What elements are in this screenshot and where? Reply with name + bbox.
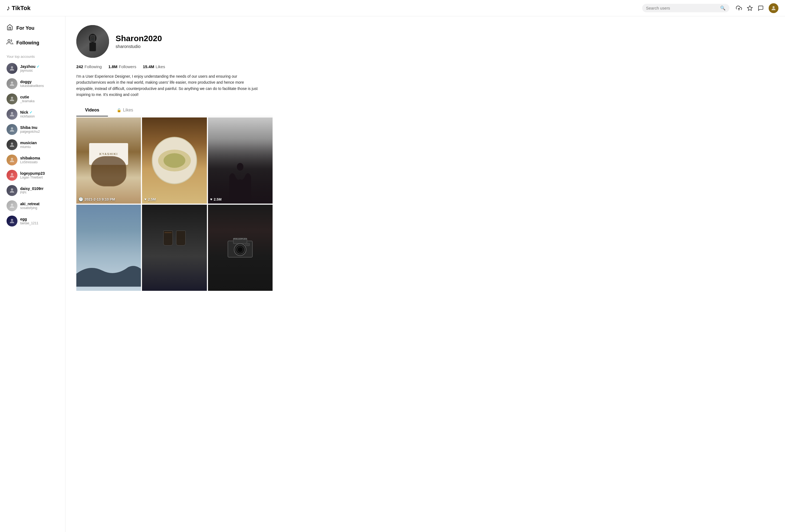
video-thumb-5[interactable] [142, 205, 207, 291]
sidebar-item-aki[interactable]: aki_retreat sosatisfying [0, 198, 65, 213]
stat-followers: 1.8M Followers [108, 64, 136, 69]
account-avatar-logeypump23 [6, 170, 18, 181]
tab-videos[interactable]: Videos [76, 104, 108, 117]
sidebar-item-egg[interactable]: egg taetae_1211 [0, 213, 65, 229]
account-avatar-shiba-inu [6, 124, 18, 135]
svg-point-3 [8, 40, 10, 42]
video-date-1: 2021-2-13 9:10 PM [84, 197, 115, 201]
account-avatar-jayzhou [6, 63, 18, 74]
nav-for-you-label: For You [16, 25, 34, 31]
sidebar-item-cutie[interactable]: cutie _teamaka [0, 91, 65, 106]
profile-stats: 242 Following 1.8M Followers 15.4M Likes [76, 64, 273, 69]
profile-tabs: Videos 🔒 Likes [76, 104, 273, 117]
svg-point-2 [773, 6, 775, 8]
nav-following[interactable]: Following [0, 35, 65, 50]
video-grid: KYASHIKI 🕐 2021-2-13 9:10 PM ♥ 2.5M [76, 118, 273, 291]
sidebar-item-logeypump23[interactable]: logeypump23 Logan Thielbert [0, 168, 65, 183]
account-handle-aki: sosatisfying [20, 206, 40, 210]
sidebar: For You Following Your top accounts [0, 16, 66, 532]
upload-button[interactable] [736, 5, 742, 11]
main-nav: For You Following [0, 21, 65, 50]
svg-point-21 [163, 153, 185, 168]
account-name-doggy: doggy [20, 80, 44, 84]
nav-for-you[interactable]: For You [0, 21, 65, 35]
video-thumb-3[interactable]: ♥ 2.5M [208, 118, 273, 204]
video-thumb-6[interactable]: ROLLEIFLEX [208, 205, 273, 291]
profile-bio: I'm a User Experience Designer, I enjoy … [76, 73, 262, 98]
profile-avatar: 📱 [76, 25, 109, 58]
sidebar-item-nick[interactable]: Nick ✓ nickfasion [0, 106, 65, 122]
video-overlay-1: 🕐 2021-2-13 9:10 PM [78, 197, 115, 201]
stat-following: 242 Following [76, 64, 102, 69]
svg-point-8 [11, 127, 13, 129]
sidebar-item-daisy[interactable]: daisy_0109rr PIPI [0, 183, 65, 198]
header: ♪ TikTok 🔍 [0, 0, 785, 16]
account-name-egg: egg [20, 217, 39, 221]
account-handle-daisy: PIPI [20, 191, 44, 195]
svg-point-11 [11, 173, 13, 175]
profile-content: 📱 Sharon2020 sharonstudio 242 Following … [66, 16, 283, 532]
svg-rect-16 [90, 43, 96, 51]
svg-point-9 [11, 143, 13, 145]
svg-point-10 [11, 158, 13, 160]
video-overlay-2: ♥ 2.5M [144, 197, 156, 201]
account-handle-logeypump23: Logan Thielbert [20, 176, 45, 179]
verified-badge: ✓ [29, 110, 32, 115]
video-likes-3: 2.5M [214, 197, 222, 201]
account-avatar-cutie [6, 94, 18, 104]
video-thumb-4[interactable] [76, 205, 141, 291]
user-avatar[interactable] [769, 3, 779, 13]
profile-info: Sharon2020 sharonstudio [116, 34, 162, 49]
account-avatar-shibakoma [6, 154, 18, 166]
svg-point-22 [237, 163, 244, 171]
sidebar-item-doggy[interactable]: doggy lukasbakwilkens [0, 76, 65, 91]
profile-username: sharonstudio [116, 44, 162, 49]
sidebar-item-shiba-inu[interactable]: Shiba Inu paigegotchu2 [0, 122, 65, 137]
stat-likes: 15.4M Likes [143, 64, 165, 69]
account-handle-musician: miumiu [20, 145, 37, 149]
top-accounts-label: Your top accounts [0, 50, 65, 61]
search-bar[interactable]: 🔍 [642, 4, 729, 12]
main-layout: For You Following Your top accounts [0, 16, 785, 532]
video-thumb-2[interactable]: ♥ 2.5M [142, 118, 207, 204]
verified-badge: ✓ [36, 65, 40, 69]
messages-button[interactable] [758, 5, 764, 11]
video-likes-2: 2.5M [148, 197, 156, 201]
logo[interactable]: ♪ TikTok [6, 4, 30, 12]
header-icons [736, 3, 779, 13]
accounts-list: Jayzhou ✓ jaymusic doggy lukasbakwilkens [0, 61, 65, 229]
svg-point-12 [11, 188, 13, 191]
likes-label: Likes [156, 64, 165, 69]
account-handle-shibakoma: LoStressato [20, 160, 40, 164]
account-avatar-aki [6, 200, 18, 211]
account-name-musician: musician [20, 141, 37, 145]
tab-likes[interactable]: 🔒 Likes [108, 104, 142, 117]
tiktok-logo-icon: ♪ [6, 4, 10, 12]
video-thumb-1[interactable]: KYASHIKI 🕐 2021-2-13 9:10 PM [76, 118, 141, 204]
account-handle-nick: nickfasion [20, 115, 34, 118]
account-name-daisy: daisy_0109rr [20, 186, 44, 191]
sidebar-item-shibakoma[interactable]: shibakoma LoStressato [0, 152, 65, 168]
search-icon: 🔍 [720, 5, 726, 10]
account-handle-shiba-inu: paigegotchu2 [20, 130, 40, 133]
following-icon [6, 39, 13, 47]
account-avatar-doggy [6, 78, 18, 89]
sidebar-item-jayzhou[interactable]: Jayzhou ✓ jaymusic [0, 61, 65, 76]
account-name-shiba-inu: Shiba Inu [20, 125, 40, 130]
tab-likes-label: Likes [123, 108, 133, 112]
account-name-jayzhou: Jayzhou ✓ [20, 64, 40, 69]
inbox-button[interactable] [747, 5, 753, 11]
account-handle-egg: taetae_1211 [20, 221, 39, 225]
account-name-shibakoma: shibakoma [20, 156, 40, 160]
home-icon [6, 24, 13, 32]
account-name-nick: Nick ✓ [20, 110, 34, 115]
svg-point-6 [11, 97, 13, 99]
svg-rect-28 [246, 243, 250, 246]
profile-header: 📱 Sharon2020 sharonstudio [76, 25, 273, 58]
svg-point-5 [11, 81, 13, 84]
svg-marker-1 [748, 5, 752, 10]
following-count: 242 [76, 64, 83, 69]
search-input[interactable] [646, 6, 718, 10]
sidebar-item-musician[interactable]: musician miumiu [0, 137, 65, 152]
video-overlay-3: ♥ 2.5M [210, 197, 222, 201]
